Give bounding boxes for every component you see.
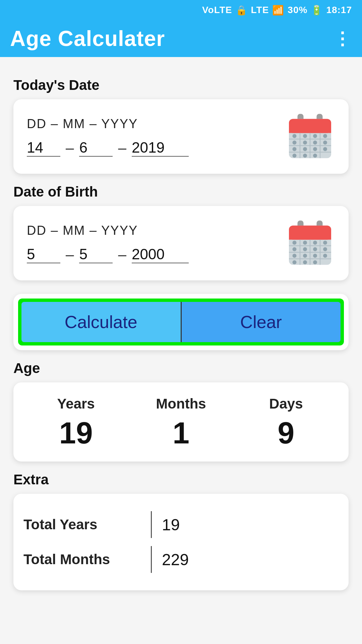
- sep1: –: [64, 140, 76, 156]
- dob-year-input[interactable]: [132, 246, 189, 263]
- svg-point-12: [303, 134, 307, 138]
- signal-bars-icon: 📶: [272, 5, 284, 16]
- todays-year-input[interactable]: [132, 139, 189, 157]
- svg-point-24: [303, 154, 307, 158]
- app-title: Age Calculater: [10, 26, 165, 51]
- status-bar: VoLTE 🔒 LTE 📶 30% 🔋 18:17: [0, 0, 362, 20]
- svg-point-46: [303, 254, 307, 258]
- svg-point-22: [323, 147, 327, 151]
- svg-point-50: [303, 260, 307, 264]
- total-years-value: 19: [162, 516, 180, 534]
- age-card: Years 19 Months 1 Days 9: [13, 382, 349, 462]
- svg-point-23: [293, 154, 297, 158]
- days-value: 9: [278, 418, 294, 448]
- age-section-label: Age: [13, 360, 349, 376]
- svg-point-17: [313, 141, 317, 145]
- svg-rect-30: [289, 235, 331, 240]
- svg-point-13: [313, 134, 317, 138]
- svg-point-16: [303, 141, 307, 145]
- dob-calendar-icon[interactable]: [285, 218, 335, 268]
- dob-date-inputs: – –: [27, 246, 278, 263]
- extra-divider-1: [151, 511, 152, 538]
- svg-point-38: [303, 241, 307, 245]
- more-menu-button[interactable]: ⋮: [334, 29, 352, 49]
- age-days-col: Days 9: [234, 396, 339, 448]
- todays-date-calendar-icon[interactable]: [285, 111, 335, 162]
- vol-lte-icon: VoLTE: [202, 5, 232, 15]
- svg-point-51: [313, 260, 317, 264]
- days-label: Days: [269, 396, 303, 412]
- svg-point-40: [323, 241, 327, 245]
- action-buttons-card: Calculate Clear: [13, 294, 349, 350]
- svg-point-43: [313, 247, 317, 251]
- svg-point-14: [323, 134, 327, 138]
- extra-card: Total Years 19 Total Months 229: [13, 494, 349, 590]
- svg-rect-4: [289, 128, 331, 133]
- todays-date-fields: DD – MM – YYYY – –: [27, 117, 278, 157]
- status-icons: VoLTE 🔒 LTE 📶 30% 🔋 18:17: [202, 5, 352, 16]
- svg-point-41: [293, 247, 297, 251]
- calculate-button[interactable]: Calculate: [21, 302, 181, 342]
- sim-icon: 🔒: [236, 5, 248, 16]
- todays-month-input[interactable]: [79, 139, 113, 157]
- todays-day-input[interactable]: [27, 139, 60, 157]
- svg-point-42: [303, 247, 307, 251]
- total-months-row: Total Months 229: [23, 542, 339, 577]
- months-label: Months: [156, 396, 206, 412]
- svg-point-44: [323, 247, 327, 251]
- svg-point-25: [313, 154, 317, 158]
- svg-point-45: [293, 254, 297, 258]
- sep2: –: [116, 140, 128, 156]
- svg-point-19: [293, 147, 297, 151]
- dob-sep2: –: [116, 246, 128, 263]
- todays-date-card: DD – MM – YYYY – –: [13, 99, 349, 174]
- age-years-col: Years 19: [23, 396, 128, 448]
- svg-point-49: [293, 260, 297, 264]
- months-value: 1: [173, 418, 189, 448]
- dob-month-input[interactable]: [79, 246, 113, 263]
- battery-percent: 30%: [288, 5, 307, 15]
- svg-point-11: [293, 134, 297, 138]
- dob-date-format: DD – MM – YYYY: [27, 223, 278, 238]
- lte-icon: LTE: [251, 5, 269, 15]
- extra-divider-2: [151, 546, 152, 573]
- svg-point-37: [293, 241, 297, 245]
- dob-label: Date of Birth: [13, 184, 349, 200]
- svg-point-18: [323, 141, 327, 145]
- age-months-col: Months 1: [128, 396, 233, 448]
- svg-point-48: [323, 254, 327, 258]
- inner-green-wrapper: Calculate Clear: [18, 299, 344, 345]
- total-months-value: 229: [162, 550, 189, 569]
- svg-point-20: [303, 147, 307, 151]
- todays-date-label: Today's Date: [13, 77, 349, 93]
- years-label: Years: [57, 396, 95, 412]
- todays-date-inputs: – –: [27, 139, 278, 157]
- total-years-label: Total Years: [23, 517, 151, 533]
- extra-section-label: Extra: [13, 472, 349, 488]
- battery-icon: 🔋: [311, 5, 323, 16]
- dob-card: DD – MM – YYYY – –: [13, 206, 349, 280]
- clock: 18:17: [326, 5, 352, 15]
- clear-button[interactable]: Clear: [181, 302, 341, 342]
- svg-point-39: [313, 241, 317, 245]
- todays-date-format: DD – MM – YYYY: [27, 117, 278, 131]
- dob-sep1: –: [64, 246, 76, 263]
- dob-day-input[interactable]: [27, 246, 60, 263]
- dob-date-fields: DD – MM – YYYY – –: [27, 223, 278, 263]
- years-value: 19: [59, 418, 93, 448]
- app-bar: Age Calculater ⋮: [0, 20, 362, 57]
- total-months-label: Total Months: [23, 551, 151, 568]
- svg-point-47: [313, 254, 317, 258]
- svg-point-21: [313, 147, 317, 151]
- total-years-row: Total Years 19: [23, 507, 339, 542]
- svg-point-15: [293, 141, 297, 145]
- content-area: Today's Date DD – MM – YYYY – –: [0, 57, 362, 610]
